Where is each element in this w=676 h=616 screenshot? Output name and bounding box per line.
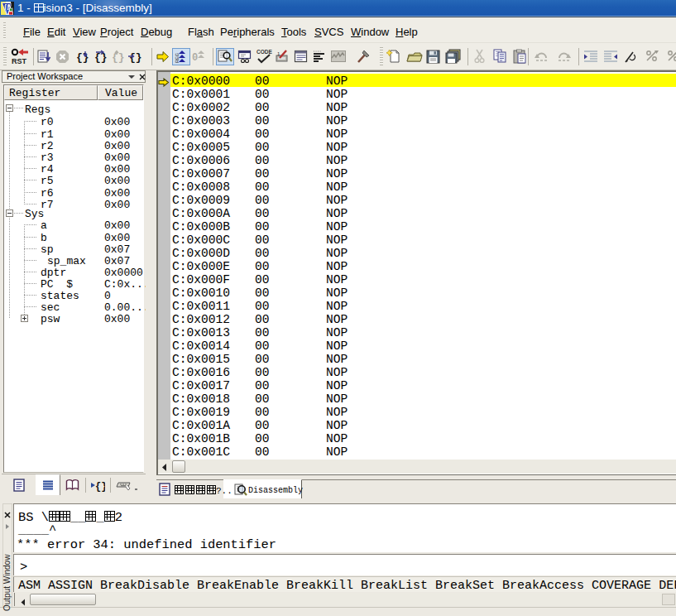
svg-text:RST: RST xyxy=(12,57,27,65)
svg-text:REG: REG xyxy=(175,53,180,63)
svg-text:{}: {} xyxy=(129,51,142,64)
svg-text:{}: {} xyxy=(76,51,89,64)
svg-text:CODE: CODE xyxy=(256,49,272,55)
svg-text:{}: {} xyxy=(112,51,125,64)
svg-text:{}: {} xyxy=(94,51,108,64)
svg-text:{}: {} xyxy=(95,481,105,492)
svg-text:0: 0 xyxy=(192,52,198,64)
